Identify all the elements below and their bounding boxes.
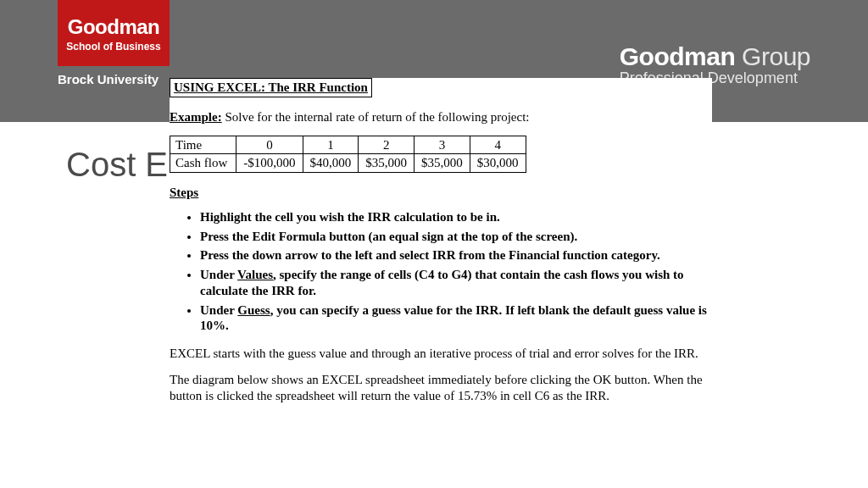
cashflow-table: Time 0 1 2 3 4 Cash flow -$100,000 $40,0… bbox=[170, 136, 526, 174]
table-cell: $35,000 bbox=[359, 154, 415, 173]
doc-heading: USING EXCEL: The IRR Function bbox=[170, 78, 372, 97]
step-underline: Values bbox=[237, 268, 273, 281]
step-text: Under bbox=[200, 303, 237, 317]
table-row-label: Cash flow bbox=[170, 154, 236, 173]
example-text: Solve for the internal rate of return of… bbox=[222, 110, 530, 124]
table-cell: 3 bbox=[415, 136, 470, 154]
table-cell: -$100,000 bbox=[236, 154, 303, 173]
goodman-group-bold: Goodman bbox=[620, 42, 736, 70]
document-panel: USING EXCEL: The IRR Function Example: S… bbox=[170, 78, 712, 488]
paragraph: EXCEL starts with the guess value and th… bbox=[170, 346, 712, 362]
paragraph: The diagram below shows an EXCEL spreads… bbox=[170, 372, 712, 404]
table-row-label: Time bbox=[170, 136, 236, 154]
table-row: Cash flow -$100,000 $40,000 $35,000 $35,… bbox=[170, 154, 526, 173]
brock-university-label: Brock University bbox=[58, 72, 159, 86]
goodman-group-light: Group bbox=[735, 42, 810, 70]
table-row: Time 0 1 2 3 4 bbox=[170, 136, 526, 154]
step-text: , specify the range of cells (C4 to G4) … bbox=[200, 268, 684, 297]
list-item: Under Guess, you can specify a guess val… bbox=[200, 302, 712, 335]
goodman-red-line2: School of Business bbox=[58, 41, 170, 53]
table-cell: 4 bbox=[470, 136, 526, 154]
table-cell: $35,000 bbox=[415, 154, 470, 173]
steps-list: Highlight the cell you wish the IRR calc… bbox=[170, 209, 712, 334]
example-line: Example: Solve for the internal rate of … bbox=[170, 109, 712, 125]
step-text: Under bbox=[200, 268, 237, 281]
table-cell: $40,000 bbox=[303, 154, 359, 173]
list-item: Press the Edit Formula button (an equal … bbox=[200, 229, 712, 245]
list-item: Under Values, specify the range of cells… bbox=[200, 267, 712, 299]
slide-title: Cost E bbox=[66, 146, 168, 184]
table-cell: $30,000 bbox=[470, 154, 526, 173]
table-cell: 0 bbox=[236, 136, 303, 154]
goodman-red-logo: Goodman School of Business bbox=[58, 0, 170, 66]
list-item: Highlight the cell you wish the IRR calc… bbox=[200, 209, 712, 225]
table-cell: 2 bbox=[359, 136, 415, 154]
step-text: , you can specify a guess value for the … bbox=[200, 303, 707, 333]
list-item: Press the down arrow to the left and sel… bbox=[200, 247, 712, 263]
goodman-red-line1: Goodman bbox=[58, 15, 170, 39]
steps-heading: Steps bbox=[170, 185, 712, 201]
example-label: Example: bbox=[170, 110, 222, 124]
step-underline: Guess bbox=[237, 303, 270, 317]
table-cell: 1 bbox=[303, 136, 359, 154]
